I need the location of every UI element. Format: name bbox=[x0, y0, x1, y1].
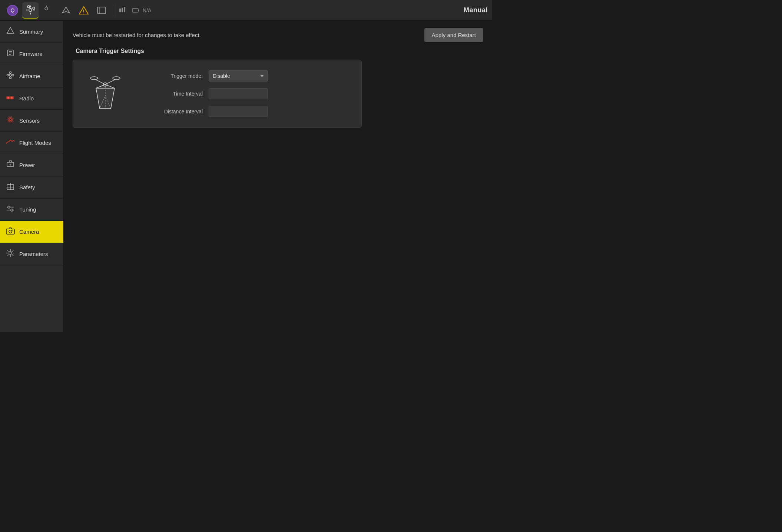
time-interval-label: Time Interval bbox=[143, 91, 203, 97]
trigger-mode-row: Trigger mode: Disable Time Based Distanc… bbox=[143, 70, 349, 82]
sidebar: Summary Firmware bbox=[0, 21, 64, 332]
sidebar-item-camera-label: Camera bbox=[19, 229, 39, 235]
svg-point-29 bbox=[9, 74, 11, 76]
restart-warning: Vehicle must be restarted for changes to… bbox=[73, 32, 201, 38]
time-interval-row: Time Interval bbox=[143, 88, 349, 99]
sidebar-item-firmware[interactable]: Firmware bbox=[0, 43, 63, 65]
svg-line-59 bbox=[12, 250, 13, 252]
svg-line-57 bbox=[7, 250, 9, 252]
sidebar-item-sensors-label: Sensors bbox=[19, 117, 40, 124]
main-content: Vehicle must be restarted for changes to… bbox=[64, 21, 492, 332]
svg-point-37 bbox=[11, 97, 13, 99]
svg-rect-41 bbox=[7, 162, 14, 167]
sidebar-item-firmware-label: Firmware bbox=[19, 51, 43, 57]
time-interval-input[interactable] bbox=[209, 88, 268, 99]
sidebar-item-parameters-label: Parameters bbox=[19, 251, 48, 257]
trigger-fields: Trigger mode: Disable Time Based Distanc… bbox=[143, 70, 349, 117]
svg-point-39 bbox=[8, 117, 13, 122]
svg-rect-16 bbox=[122, 8, 123, 12]
app-logo-icon[interactable]: Q bbox=[4, 2, 21, 19]
apply-restart-button[interactable]: Apply and Restart bbox=[424, 28, 483, 42]
main-layout: Summary Firmware bbox=[0, 21, 492, 332]
sidebar-item-power-label: Power bbox=[19, 162, 35, 168]
svg-point-48 bbox=[11, 209, 13, 211]
distance-interval-input[interactable] bbox=[209, 106, 268, 117]
plan-icon[interactable] bbox=[40, 2, 56, 19]
parameters-icon bbox=[5, 249, 16, 259]
svg-point-26 bbox=[12, 74, 14, 76]
sidebar-item-summary-label: Summary bbox=[19, 29, 43, 35]
sidebar-item-airframe-label: Airframe bbox=[19, 73, 40, 79]
divider bbox=[113, 4, 113, 17]
svg-point-38 bbox=[9, 119, 11, 121]
content-topbar: Vehicle must be restarted for changes to… bbox=[73, 28, 483, 42]
sidebar-item-flight-modes[interactable]: Flight Modes bbox=[0, 132, 63, 154]
sidebar-item-radio[interactable]: Radio bbox=[0, 87, 63, 110]
firmware-icon bbox=[5, 49, 16, 59]
svg-point-52 bbox=[9, 252, 12, 255]
svg-line-58 bbox=[12, 255, 13, 256]
svg-rect-19 bbox=[138, 10, 139, 11]
sidebar-item-tuning-label: Tuning bbox=[19, 206, 36, 213]
sidebar-item-tuning[interactable]: Tuning bbox=[0, 199, 63, 221]
svg-text:Q: Q bbox=[11, 7, 15, 13]
summary-icon bbox=[5, 27, 16, 37]
power-icon bbox=[5, 160, 16, 170]
svg-line-60 bbox=[7, 255, 9, 256]
battery-label: N/A bbox=[143, 7, 151, 13]
svg-rect-15 bbox=[119, 9, 121, 12]
svg-point-25 bbox=[7, 74, 9, 76]
distance-interval-row: Distance Interval bbox=[143, 106, 349, 117]
sidebar-item-radio-label: Radio bbox=[19, 95, 34, 102]
svg-point-2 bbox=[29, 9, 32, 11]
svg-rect-17 bbox=[124, 7, 125, 12]
svg-point-46 bbox=[8, 206, 10, 208]
svg-point-7 bbox=[27, 6, 30, 8]
sidebar-item-airframe[interactable]: Airframe bbox=[0, 65, 63, 87]
safety-icon bbox=[5, 182, 16, 192]
sensors-icon bbox=[5, 116, 16, 126]
camera-trigger-panel: Trigger mode: Disable Time Based Distanc… bbox=[73, 60, 362, 128]
svg-rect-51 bbox=[12, 230, 13, 230]
radio-icon bbox=[5, 93, 16, 103]
camera-illustration bbox=[85, 73, 126, 114]
sidebar-item-flight-modes-label: Flight Modes bbox=[19, 140, 51, 146]
fly-icon[interactable] bbox=[58, 2, 74, 19]
topbar: Q bbox=[0, 0, 492, 21]
alert-icon[interactable] bbox=[76, 2, 92, 19]
svg-point-27 bbox=[10, 72, 11, 74]
svg-point-8 bbox=[33, 7, 35, 9]
analyze-icon[interactable] bbox=[93, 2, 110, 19]
section-title: Camera Trigger Settings bbox=[76, 48, 483, 54]
svg-point-50 bbox=[9, 230, 12, 233]
airframe-icon bbox=[5, 71, 16, 81]
tuning-icon bbox=[5, 205, 16, 215]
svg-point-36 bbox=[7, 97, 9, 99]
status-group bbox=[119, 6, 127, 14]
sidebar-item-safety[interactable]: Safety bbox=[0, 176, 63, 199]
camera-icon bbox=[5, 227, 16, 237]
flight-modes-icon bbox=[5, 138, 16, 148]
svg-rect-13 bbox=[97, 7, 106, 14]
sidebar-item-parameters[interactable]: Parameters bbox=[0, 243, 63, 265]
svg-point-28 bbox=[10, 77, 11, 79]
vehicle-setup-icon[interactable] bbox=[22, 2, 39, 19]
distance-interval-label: Distance Interval bbox=[143, 109, 203, 114]
svg-point-12 bbox=[83, 13, 84, 13]
flight-mode: Manual bbox=[464, 6, 488, 14]
sidebar-item-sensors[interactable]: Sensors bbox=[0, 110, 63, 132]
sidebar-item-power[interactable]: Power bbox=[0, 154, 63, 176]
battery-status: N/A bbox=[132, 6, 151, 14]
sidebar-item-safety-label: Safety bbox=[19, 184, 35, 190]
sidebar-item-camera[interactable]: Camera bbox=[0, 221, 63, 243]
sidebar-item-summary[interactable]: Summary bbox=[0, 21, 63, 43]
trigger-mode-select[interactable]: Disable Time Based Distance Based Extern… bbox=[209, 70, 268, 82]
svg-rect-18 bbox=[132, 9, 138, 12]
trigger-mode-label: Trigger mode: bbox=[143, 73, 203, 79]
svg-point-9 bbox=[45, 7, 48, 10]
